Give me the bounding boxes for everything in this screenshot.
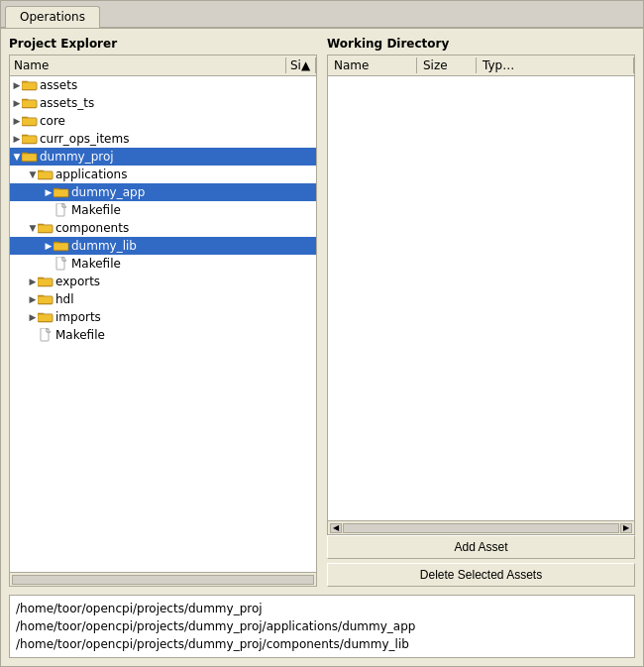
svg-rect-28 bbox=[54, 243, 68, 251]
wd-buttons: Add Asset Delete Selected Assets bbox=[327, 535, 635, 587]
tree-item-label-dummy_proj: dummy_proj bbox=[40, 150, 114, 164]
wd-scroll-right[interactable]: ▶ bbox=[620, 523, 632, 533]
status-line-1: /home/toor/opencpi/projects/dummy_proj/a… bbox=[16, 617, 628, 635]
svg-rect-20 bbox=[54, 189, 68, 197]
tree-toggle-makefile2 bbox=[44, 259, 54, 269]
tree-item-exports[interactable]: ▶ exports bbox=[10, 273, 316, 290]
tree-item-label-applications: applications bbox=[55, 167, 127, 181]
folder-icon bbox=[54, 186, 69, 198]
panels-row: Project Explorer Name Si▲ ▶ assets▶ asse… bbox=[9, 37, 635, 587]
tree-toggle-dummy_app[interactable]: ▶ bbox=[44, 187, 54, 197]
file-icon bbox=[40, 328, 52, 342]
wd-container: Name Size Typ… ◀ ▶ bbox=[327, 55, 635, 535]
tree-toggle-applications[interactable]: ▼ bbox=[28, 169, 38, 179]
tree-hscroll[interactable] bbox=[10, 572, 316, 586]
tree-item-label-hdl: hdl bbox=[55, 292, 74, 306]
wd-scrollbar-thumb[interactable] bbox=[343, 523, 619, 533]
folder-icon bbox=[38, 311, 54, 323]
wd-size-header: Size bbox=[417, 57, 477, 73]
folder-icon bbox=[22, 97, 38, 109]
tree-item-dummy_proj[interactable]: ▼ dummy_proj bbox=[10, 148, 316, 166]
tree-item-components[interactable]: ▼ components bbox=[10, 219, 316, 237]
tree-item-assets[interactable]: ▶ assets bbox=[10, 76, 316, 94]
tree-header: Name Si▲ bbox=[10, 56, 316, 76]
project-explorer-label: Project Explorer bbox=[9, 37, 317, 51]
tree-toggle-exports[interactable]: ▶ bbox=[28, 277, 38, 286]
svg-rect-11 bbox=[22, 136, 37, 144]
tree-item-label-imports: imports bbox=[55, 310, 101, 324]
svg-rect-2 bbox=[22, 82, 37, 90]
folder-icon bbox=[22, 115, 38, 127]
tree-name-header: Name bbox=[10, 57, 286, 73]
tree-item-hdl[interactable]: ▶ hdl bbox=[10, 290, 316, 308]
status-line-2: /home/toor/opencpi/projects/dummy_proj/c… bbox=[16, 635, 628, 653]
add-asset-button[interactable]: Add Asset bbox=[327, 535, 635, 559]
content-area: Project Explorer Name Si▲ ▶ assets▶ asse… bbox=[1, 29, 643, 666]
svg-rect-17 bbox=[38, 171, 53, 179]
wd-content bbox=[328, 76, 634, 520]
tab-bar: Operations bbox=[1, 1, 643, 29]
tree-item-makefile3[interactable]: Makefile bbox=[10, 326, 316, 344]
project-explorer-panel: Project Explorer Name Si▲ ▶ assets▶ asse… bbox=[9, 37, 317, 587]
folder-icon bbox=[22, 79, 38, 91]
tree-size-header: Si▲ bbox=[286, 57, 316, 73]
operations-tab[interactable]: Operations bbox=[5, 6, 100, 28]
tree-item-label-dummy_app: dummy_app bbox=[71, 185, 145, 199]
tree-toggle-hdl[interactable]: ▶ bbox=[28, 294, 38, 304]
working-directory-panel: Working Directory Name Size Typ… ◀ ▶ bbox=[327, 37, 635, 587]
tree-item-label-makefile3: Makefile bbox=[55, 328, 105, 342]
folder-icon bbox=[38, 276, 54, 287]
tree-toggle-assets[interactable]: ▶ bbox=[12, 80, 22, 90]
tree-item-core[interactable]: ▶ core bbox=[10, 112, 316, 130]
tree-item-label-dummy_lib: dummy_lib bbox=[71, 239, 137, 253]
wd-hscroll: ◀ ▶ bbox=[328, 520, 634, 534]
tree-container: Name Si▲ ▶ assets▶ assets_ts▶ core▶ bbox=[9, 55, 317, 587]
svg-rect-5 bbox=[22, 100, 37, 108]
tree-item-assets_ts[interactable]: ▶ assets_ts bbox=[10, 94, 316, 112]
tree-toggle-dummy_lib[interactable]: ▶ bbox=[44, 241, 54, 251]
tree-scrollbar-track[interactable] bbox=[12, 575, 314, 585]
tree-toggle-curr_ops_items[interactable]: ▶ bbox=[12, 134, 22, 144]
status-line-0: /home/toor/opencpi/projects/dummy_proj bbox=[16, 600, 628, 617]
tree-toggle-core[interactable]: ▶ bbox=[12, 116, 22, 126]
folder-icon bbox=[38, 168, 54, 180]
folder-icon bbox=[38, 293, 54, 305]
tree-item-label-assets: assets bbox=[40, 78, 77, 92]
delete-selected-assets-button[interactable]: Delete Selected Assets bbox=[327, 563, 635, 587]
tree-toggle-assets_ts[interactable]: ▶ bbox=[12, 98, 22, 108]
tree-toggle-makefile1 bbox=[44, 205, 54, 215]
tree-item-applications[interactable]: ▼ applications bbox=[10, 166, 316, 183]
tree-toggle-makefile3 bbox=[28, 330, 38, 340]
tree-item-label-makefile1: Makefile bbox=[71, 203, 121, 217]
tree-item-makefile1[interactable]: Makefile bbox=[10, 201, 316, 219]
tree-item-makefile2[interactable]: Makefile bbox=[10, 255, 316, 273]
svg-rect-25 bbox=[38, 225, 53, 233]
tree-items: ▶ assets▶ assets_ts▶ core▶ curr_ops_item… bbox=[10, 76, 316, 344]
folder-icon bbox=[38, 222, 54, 234]
tree-item-label-makefile2: Makefile bbox=[71, 257, 121, 271]
svg-rect-33 bbox=[38, 278, 53, 286]
tree-item-label-curr_ops_items: curr_ops_items bbox=[40, 132, 129, 146]
tree-item-label-core: core bbox=[40, 114, 65, 128]
main-window: Operations Project Explorer Name Si▲ ▶ bbox=[0, 0, 644, 667]
folder-icon bbox=[22, 133, 38, 145]
working-directory-label: Working Directory bbox=[327, 37, 635, 51]
tree-item-label-components: components bbox=[55, 221, 129, 235]
file-icon bbox=[55, 257, 67, 271]
folder-icon bbox=[22, 151, 38, 163]
tree-item-imports[interactable]: ▶ imports bbox=[10, 308, 316, 326]
tree-item-dummy_app[interactable]: ▶ dummy_app bbox=[10, 183, 316, 201]
svg-rect-36 bbox=[38, 296, 53, 304]
wd-header: Name Size Typ… bbox=[328, 56, 634, 76]
svg-rect-39 bbox=[38, 314, 53, 322]
tree-item-label-assets_ts: assets_ts bbox=[40, 96, 94, 110]
wd-name-header: Name bbox=[328, 57, 417, 73]
tree-toggle-components[interactable]: ▼ bbox=[28, 223, 38, 233]
wd-scroll-left[interactable]: ◀ bbox=[330, 523, 342, 533]
tree-scroll[interactable]: ▶ assets▶ assets_ts▶ core▶ curr_ops_item… bbox=[10, 76, 316, 572]
folder-icon bbox=[54, 240, 69, 252]
tree-toggle-imports[interactable]: ▶ bbox=[28, 312, 38, 322]
tree-item-dummy_lib[interactable]: ▶ dummy_lib bbox=[10, 237, 316, 255]
tree-item-curr_ops_items[interactable]: ▶ curr_ops_items bbox=[10, 130, 316, 148]
tree-toggle-dummy_proj[interactable]: ▼ bbox=[12, 152, 22, 162]
